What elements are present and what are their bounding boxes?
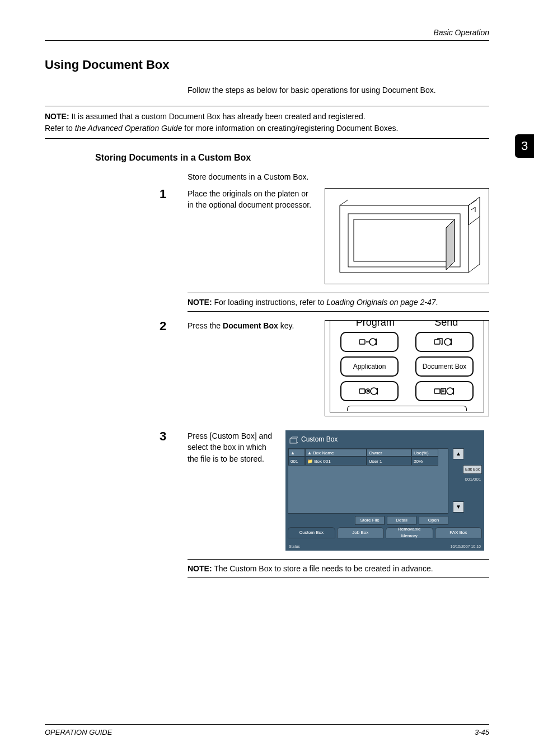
cell-owner: User 1 (367, 457, 411, 466)
footer-right: 3-45 (475, 728, 489, 736)
table-row[interactable]: 001 📁 Box 001 User 1 20% (288, 457, 448, 466)
platen-illustration (325, 188, 489, 284)
note-text: Refer to (45, 124, 75, 133)
key-label-send: Send (434, 320, 458, 330)
intro-text: Follow the steps as below for basic oper… (188, 84, 489, 96)
keypad-illustration: Program Send Application (325, 320, 489, 416)
note-label: NOTE: (45, 112, 69, 121)
svg-rect-1 (354, 219, 455, 261)
step-text-part: Press the (188, 321, 223, 330)
svg-point-12 (367, 391, 369, 392)
note-label: NOTE: (188, 298, 212, 307)
svg-rect-6 (359, 340, 365, 344)
footer-left: OPERATION GUIDE (45, 728, 112, 736)
svg-point-13 (371, 388, 377, 395)
step-2: 2 Press the Document Box key. Program Se… (45, 320, 489, 416)
note-box-1: NOTE: It is assumed that a custom Docume… (45, 106, 489, 139)
note-italic: Loading Originals on page 2-47 (326, 298, 435, 307)
svg-marker-2 (446, 219, 455, 270)
svg-point-18 (447, 388, 453, 395)
col-header-name[interactable]: ▲ Box Name (305, 449, 367, 457)
note-text: . (436, 298, 438, 307)
note-box-2: NOTE: For loading instructions, refer to… (188, 293, 489, 312)
scroll-up-button[interactable]: ▲ (453, 448, 464, 459)
application-key-label: Application (340, 356, 399, 377)
chapter-tab: 3 (515, 134, 534, 158)
step-number: 3 (45, 430, 188, 443)
page-title: Using Document Box (45, 58, 489, 72)
note-text: It is assumed that a custom Document Box… (69, 112, 366, 121)
page-content: Basic Operation Using Document Box Follo… (0, 0, 534, 578)
note-text: The Custom Box to store a file needs to … (212, 564, 433, 573)
step-text: Place the originals on the platen or in … (188, 188, 316, 284)
svg-rect-15 (441, 388, 446, 394)
open-button[interactable]: Open (419, 516, 448, 525)
svg-point-7 (369, 339, 376, 345)
step-number: 2 (45, 320, 188, 332)
screen-title-bar: Custom Box (288, 433, 482, 448)
note-text: For loading instructions, refer to (212, 298, 327, 307)
col-header-owner[interactable]: Owner (367, 449, 411, 457)
box-icon (289, 435, 298, 444)
step-text: Press the Document Box key. (188, 320, 316, 416)
svg-line-4 (340, 200, 348, 205)
document-box-key[interactable] (415, 381, 474, 401)
header-rule (45, 40, 489, 41)
svg-rect-14 (434, 389, 440, 393)
screen-title: Custom Box (301, 435, 338, 444)
col-header-no[interactable]: ▲ No. (288, 449, 305, 457)
note-text: for more information on creating/registe… (182, 124, 398, 133)
note-label: NOTE: (188, 564, 212, 573)
application-key[interactable] (340, 381, 399, 401)
edit-box-button[interactable]: Edit Box (463, 465, 482, 474)
svg-rect-8 (434, 340, 440, 344)
tab-fax-box[interactable]: FAX Box (435, 527, 483, 538)
page-footer: OPERATION GUIDE 3-45 (45, 724, 489, 736)
page-indicator: 001/001 (464, 476, 482, 483)
document-box-key-label: Document Box (415, 356, 474, 377)
step-number: 1 (45, 188, 188, 200)
send-key[interactable] (415, 332, 474, 352)
note-italic: the Advanced Operation Guide (75, 124, 182, 133)
step-text: Press [Custom Box] and select the box in… (188, 430, 277, 551)
scroll-down-button[interactable]: ▼ (453, 501, 464, 513)
svg-line-5 (469, 200, 477, 205)
note-box-3: NOTE: The Custom Box to store a file nee… (188, 559, 489, 578)
key-label-program: Program (356, 320, 395, 330)
step-3: 3 Press [Custom Box] and select the box … (45, 430, 489, 551)
store-file-button[interactable]: Store File (355, 516, 385, 525)
cell-no: 001 (288, 457, 305, 466)
step-text-bold: Document Box (223, 321, 278, 330)
svg-rect-19 (290, 439, 297, 443)
svg-rect-10 (359, 389, 365, 393)
step-text-part: key. (278, 321, 294, 330)
col-header-use[interactable]: Use(%) (411, 449, 438, 457)
program-key[interactable] (340, 332, 399, 352)
svg-point-9 (444, 339, 451, 345)
status-label[interactable]: Status (289, 544, 300, 550)
cell-name: 📁 Box 001 (305, 457, 367, 466)
svg-point-11 (366, 389, 370, 393)
detail-button[interactable]: Detail (387, 516, 416, 525)
step-1: 1 Place the originals on the platen or i… (45, 188, 489, 284)
custom-box-screen: Custom Box ▲ No. ▲ Box Name Owner Use(%)… (285, 430, 484, 551)
tab-job-box[interactable]: Job Box (337, 527, 385, 538)
cell-use: 20% (411, 457, 438, 466)
status-datetime: 10/10/2007 10:10 (451, 544, 481, 550)
chapter-header: Basic Operation (45, 28, 489, 37)
tab-removable-memory[interactable]: Removable Memory (386, 527, 433, 538)
tab-custom-box[interactable]: Custom Box (288, 527, 335, 538)
svg-rect-0 (348, 214, 460, 267)
section-intro: Store documents in a Custom Box. (188, 171, 489, 182)
box-list-table: ▲ No. ▲ Box Name Owner Use(%) 001 📁 Box … (288, 448, 448, 514)
section-heading: Storing Documents in a Custom Box (95, 153, 489, 163)
